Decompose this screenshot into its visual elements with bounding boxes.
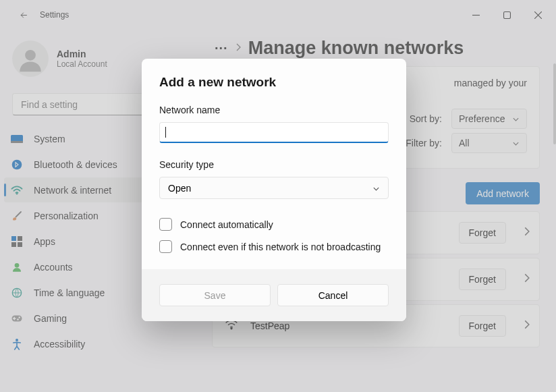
chevron-down-icon <box>372 183 380 194</box>
connect-hidden-checkbox[interactable]: Connect even if this network is not broa… <box>159 240 389 253</box>
checkbox-box <box>159 218 172 231</box>
security-type-label: Security type <box>159 159 389 170</box>
checkbox-label: Connect automatically <box>180 219 273 230</box>
add-network-dialog: Add a new network Network name Security … <box>142 59 406 321</box>
dialog-title: Add a new network <box>159 75 389 90</box>
checkbox-label: Connect even if this network is not broa… <box>180 242 381 252</box>
checkbox-box <box>159 240 172 253</box>
connect-auto-checkbox[interactable]: Connect automatically <box>159 218 389 231</box>
network-name-label: Network name <box>159 105 389 115</box>
save-button[interactable]: Save <box>159 284 271 306</box>
cancel-button[interactable]: Cancel <box>277 284 389 306</box>
network-name-input[interactable] <box>159 122 389 143</box>
modal-overlay: Add a new network Network name Security … <box>0 0 556 392</box>
security-type-select[interactable]: Open <box>159 177 389 199</box>
